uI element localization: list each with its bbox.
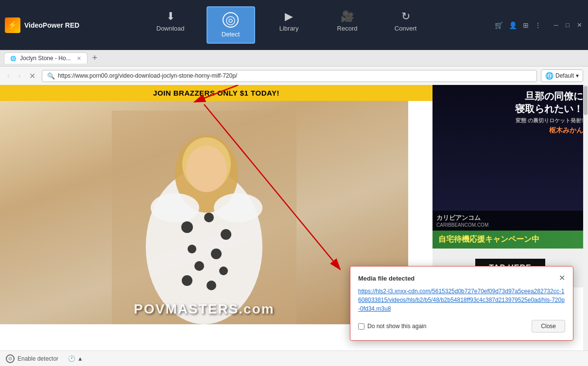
- nav-btn-library[interactable]: ▶ Library: [265, 6, 313, 44]
- enable-detector-label: Enable detector: [17, 355, 58, 362]
- stop-button[interactable]: ✕: [27, 70, 38, 82]
- nav-btn-convert[interactable]: ↻ Convert: [381, 6, 430, 44]
- nav-btn-detect[interactable]: ◎ Detect: [207, 6, 255, 44]
- tab-title: Joclyn Stone - Ho...: [20, 55, 71, 62]
- convert-icon: ↻: [401, 11, 410, 22]
- convert-label: Convert: [395, 25, 417, 32]
- video-watermark: POVMASTERS.com: [134, 301, 274, 317]
- nav-buttons: ⬇ Download ◎ Detect ▶ Library 🎥 Record ↻…: [79, 6, 495, 44]
- grid-icon[interactable]: ⊞: [523, 21, 529, 29]
- popup-close-button[interactable]: ✕: [559, 274, 565, 282]
- history-button[interactable]: 🕐 ▲: [68, 355, 83, 362]
- svg-point-2: [181, 221, 193, 233]
- svg-point-7: [194, 261, 204, 271]
- history-icon: 🕐: [68, 355, 75, 362]
- scrollbar-thumb: [584, 86, 588, 115]
- svg-point-4: [221, 229, 231, 240]
- download-icon: ⬇: [166, 11, 175, 22]
- do-not-show-checkbox-label[interactable]: Do not show this again: [358, 323, 426, 330]
- forward-button[interactable]: ›: [16, 70, 23, 81]
- address-bar: ‹ › ✕ 🔍 🌐 Default ▾: [0, 67, 588, 85]
- svg-point-15: [214, 193, 262, 222]
- status-bar: ⊙ Enable detector 🕐 ▲: [0, 350, 588, 366]
- record-icon: 🎥: [341, 11, 354, 22]
- sidebar-banner[interactable]: 自宅待機応援キャンペーン中: [432, 231, 588, 249]
- scrollbar[interactable]: [583, 85, 588, 350]
- svg-point-3: [204, 213, 214, 222]
- popup-url-link[interactable]: https://hls2-l3.xnxx-cdn.com/5615325d0b7…: [358, 287, 565, 313]
- library-icon: ▶: [285, 11, 293, 22]
- search-icon: 🔍: [47, 72, 55, 80]
- popup-header: Media file detected ✕: [358, 274, 565, 282]
- main-content: JOIN BRAZZERS ONLY $1 TODAY!: [0, 85, 588, 350]
- library-label: Library: [279, 25, 299, 32]
- do-not-show-checkbox[interactable]: [358, 323, 364, 330]
- app-name: VideoPower RED: [24, 21, 79, 29]
- titlebar: ⚡ VideoPower RED ⬇ Download ◎ Detect ▶ L…: [0, 0, 588, 50]
- close-window-button[interactable]: ✕: [575, 21, 583, 29]
- svg-point-10: [207, 281, 216, 290]
- detect-label: Detect: [222, 31, 240, 38]
- browser-tab[interactable]: 🌐 Joclyn Stone - Ho... ✕: [4, 52, 87, 64]
- browser-select-label: Default: [555, 72, 574, 79]
- tab-bar: 🌐 Joclyn Stone - Ho... ✕ +: [0, 50, 588, 67]
- enable-detector[interactable]: ⊙ Enable detector: [6, 354, 58, 363]
- popup-dialog: Media file detected ✕ https://hls2-l3.xn…: [350, 266, 573, 341]
- url-input[interactable]: [58, 72, 532, 79]
- url-input-wrapper: 🔍: [42, 70, 537, 82]
- svg-point-13: [186, 146, 227, 192]
- chevron-down-icon: ▾: [576, 72, 579, 79]
- browser-select[interactable]: 🌐 Default ▾: [541, 69, 583, 82]
- popup-title: Media file detected: [358, 275, 415, 282]
- record-label: Record: [337, 25, 358, 32]
- up-arrow-icon: ▲: [77, 355, 83, 362]
- sidebar-ad-image[interactable]: 旦那の同僚に 寝取られたい！ 変態 の裏切りロケット発射! 枢木みかん カリビア…: [432, 85, 588, 231]
- svg-point-14: [151, 193, 199, 222]
- svg-point-5: [188, 245, 196, 253]
- globe-icon: 🌐: [545, 72, 553, 80]
- svg-point-8: [219, 266, 228, 275]
- user-icon[interactable]: 👤: [509, 21, 517, 29]
- tab-close-button[interactable]: ✕: [77, 55, 81, 62]
- nav-btn-record[interactable]: 🎥 Record: [323, 6, 372, 44]
- cart-icon[interactable]: 🛒: [495, 21, 503, 29]
- tab-favicon: 🌐: [10, 56, 16, 61]
- svg-point-9: [182, 275, 192, 286]
- svg-point-6: [211, 249, 222, 259]
- detector-icon: ⊙: [6, 354, 15, 363]
- more-icon[interactable]: ⋮: [535, 21, 541, 29]
- nav-btn-download[interactable]: ⬇ Download: [144, 6, 197, 44]
- window-controls: ─ □ ✕: [552, 21, 583, 29]
- video-content[interactable]: POVMASTERS.com: [0, 101, 408, 324]
- detect-icon: ◎: [223, 12, 239, 28]
- back-button[interactable]: ‹: [5, 70, 12, 81]
- download-label: Download: [156, 25, 185, 32]
- app-logo-icon: ⚡: [5, 17, 20, 33]
- new-tab-button[interactable]: +: [89, 53, 101, 63]
- popup-footer: Do not show this again Close: [358, 320, 565, 333]
- popup-close-btn[interactable]: Close: [532, 320, 565, 333]
- titlebar-controls: 🛒 👤 ⊞ ⋮ ─ □ ✕: [495, 21, 583, 29]
- video-thumbnail: [112, 111, 296, 324]
- banner-ad[interactable]: JOIN BRAZZERS ONLY $1 TODAY!: [0, 85, 432, 101]
- app-logo: ⚡ VideoPower RED: [5, 17, 79, 33]
- sidebar-ad-bottom: カリビアンコム CARIBBEANCOM.COM: [432, 211, 588, 231]
- minimize-button[interactable]: ─: [552, 21, 560, 29]
- sidebar-ad-text: 旦那の同僚に 寝取られたい！ 変態 の裏切りロケット発射! 枢木みかん: [515, 90, 583, 134]
- maximize-button[interactable]: □: [564, 21, 571, 29]
